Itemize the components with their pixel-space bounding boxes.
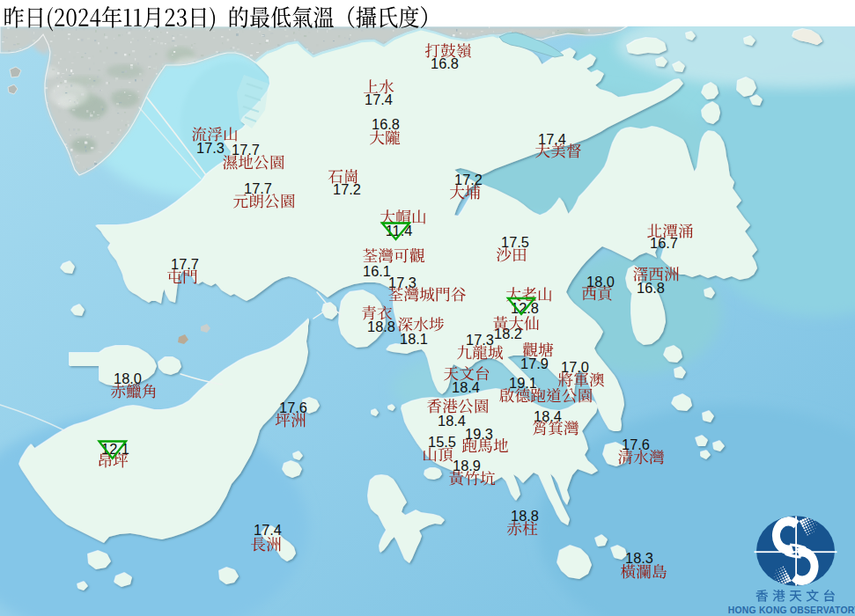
svg-text:18.0: 18.0 [114,370,142,386]
svg-text:17.3: 17.3 [196,140,225,156]
svg-text:17.7: 17.7 [244,180,272,196]
svg-text:17.4: 17.4 [254,522,282,538]
svg-text:18.3: 18.3 [625,550,653,566]
svg-text:17.7: 17.7 [171,256,199,272]
svg-text:17.3: 17.3 [466,332,494,348]
svg-text:17.2: 17.2 [454,172,483,187]
svg-text:16.8: 16.8 [372,116,400,132]
svg-text:19.3: 19.3 [465,426,493,442]
svg-text:18.8: 18.8 [367,319,395,334]
svg-text:18.9: 18.9 [453,458,481,473]
svg-text:18.4: 18.4 [452,379,480,395]
svg-text:16.8: 16.8 [637,280,665,296]
svg-text:17.4: 17.4 [365,92,393,107]
svg-text:17.6: 17.6 [622,436,650,452]
svg-text:17.7: 17.7 [232,142,260,158]
svg-text:15.5: 15.5 [428,434,456,450]
svg-text:17.6: 17.6 [279,400,307,415]
svg-text:18.8: 18.8 [511,508,539,524]
svg-text:18.4: 18.4 [438,413,466,429]
svg-text:16.8: 16.8 [431,55,459,71]
svg-text:HONG KONG OBSERVATORY: HONG KONG OBSERVATORY [728,605,855,615]
svg-text:16.7: 16.7 [650,235,678,251]
svg-text:17.9: 17.9 [520,356,549,371]
svg-text:17.2: 17.2 [333,181,361,197]
svg-text:17.0: 17.0 [561,359,589,375]
svg-text:16.1: 16.1 [363,263,391,279]
svg-text:18.1: 18.1 [400,331,428,347]
svg-text:17.5: 17.5 [501,234,529,250]
svg-text:19.1: 19.1 [509,375,537,391]
